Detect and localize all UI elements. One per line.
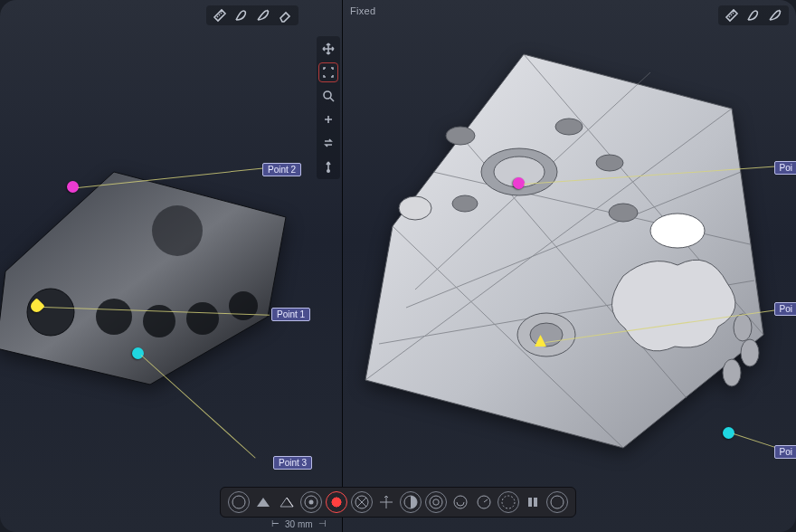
label-r-point2-text: Poi — [780, 163, 792, 173]
svg-point-13 — [555, 119, 583, 135]
sketch-icon[interactable] — [233, 7, 250, 24]
cmd-8[interactable] — [400, 491, 422, 513]
eraser-icon[interactable] — [277, 7, 293, 24]
svg-point-17 — [650, 214, 705, 248]
svg-point-14 — [596, 155, 623, 171]
svg-point-21 — [734, 314, 752, 341]
label-point2-text: Point 2 — [268, 165, 296, 175]
label-point3[interactable]: Point 3 — [273, 456, 312, 470]
cmd-11[interactable] — [474, 492, 494, 512]
cmd-10[interactable] — [450, 492, 470, 512]
label-r-point3-text: Poi — [780, 447, 792, 457]
cmd-12[interactable] — [498, 491, 519, 513]
cmd-6[interactable] — [351, 491, 373, 513]
cmd-14[interactable] — [546, 491, 568, 513]
fit-icon[interactable] — [319, 63, 337, 81]
move-icon[interactable] — [319, 40, 337, 58]
measure-icon[interactable] — [212, 7, 228, 24]
scale-label: 30 mm — [285, 519, 313, 529]
svg-point-23 — [723, 359, 741, 386]
swap-icon[interactable] — [319, 134, 337, 152]
label-r-point3[interactable]: Poi — [774, 445, 796, 459]
cmd-5-active[interactable] — [326, 491, 347, 513]
scale-bar: ⊢ 30 mm ⊣ — [271, 519, 327, 529]
pen-icon[interactable] — [255, 7, 271, 24]
svg-point-24 — [232, 496, 245, 508]
cmd-4[interactable] — [300, 491, 322, 513]
svg-point-15 — [609, 204, 638, 222]
orient-icon[interactable] — [319, 157, 337, 176]
view-nav-strip — [317, 36, 340, 179]
svg-point-31 — [454, 496, 467, 508]
viewport-right[interactable]: Fixed — [343, 0, 796, 532]
label-r-point1[interactable]: Poi — [774, 302, 796, 316]
svg-point-30 — [433, 499, 439, 505]
cmd-9[interactable] — [425, 491, 447, 513]
sketch-icon[interactable] — [745, 7, 762, 24]
zoom-icon[interactable] — [319, 87, 337, 105]
svg-point-8 — [327, 170, 329, 172]
svg-point-19 — [530, 323, 563, 347]
svg-point-20 — [399, 196, 431, 220]
label-point3-text: Point 3 — [279, 458, 307, 468]
cmd-1[interactable] — [228, 491, 250, 513]
cmd-2[interactable] — [253, 492, 273, 512]
svg-point-1 — [152, 205, 203, 256]
top-toolbar-right — [718, 5, 789, 25]
mesh-cad — [352, 36, 786, 461]
svg-point-16 — [452, 195, 478, 212]
pen-icon[interactable] — [767, 7, 783, 24]
label-point1[interactable]: Point 1 — [271, 308, 310, 321]
command-bar — [220, 487, 576, 518]
top-toolbar-left — [206, 5, 298, 25]
viewport-left[interactable]: Point 1 Point 2 Point 3 — [0, 0, 343, 532]
measure-icon[interactable] — [724, 7, 740, 24]
svg-point-26 — [309, 500, 314, 505]
cmd-7[interactable] — [376, 492, 396, 512]
svg-point-2 — [96, 299, 132, 335]
cmd-13[interactable] — [523, 492, 543, 512]
mesh-scan — [0, 163, 304, 398]
svg-point-12 — [446, 127, 475, 145]
svg-marker-9 — [365, 54, 763, 448]
label-r-point1-text: Poi — [780, 304, 792, 314]
cmd-3[interactable] — [277, 492, 297, 512]
svg-point-29 — [430, 496, 442, 508]
viewport-title: Fixed — [350, 5, 375, 16]
svg-point-5 — [229, 291, 258, 320]
svg-point-7 — [324, 91, 331, 99]
svg-rect-35 — [534, 498, 537, 507]
add-icon[interactable] — [319, 110, 337, 128]
svg-point-36 — [551, 496, 564, 508]
svg-rect-34 — [528, 498, 532, 507]
svg-point-4 — [186, 302, 219, 335]
svg-point-33 — [502, 496, 515, 508]
label-point1-text: Point 1 — [277, 309, 305, 319]
label-point2[interactable]: Point 2 — [262, 163, 301, 176]
svg-point-22 — [741, 339, 759, 366]
label-r-point2[interactable]: Poi — [774, 161, 796, 175]
